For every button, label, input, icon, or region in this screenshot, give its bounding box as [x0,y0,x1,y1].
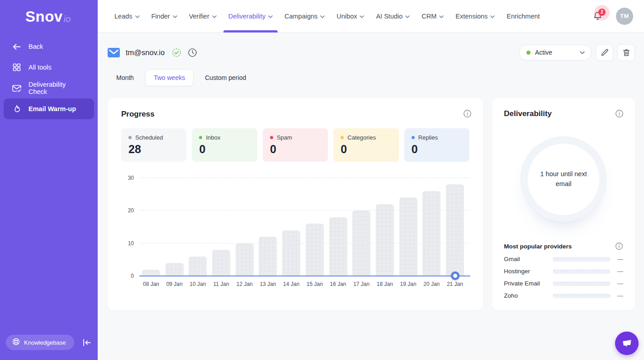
x-tick-label: 17 Jan [352,281,370,287]
flame-icon [12,104,22,114]
x-tick-label: 10 Jan [189,281,207,287]
nav-item-extensions[interactable]: Extensions [450,0,501,33]
sidebar-item-back[interactable]: Back [4,36,94,57]
collapse-sidebar-icon[interactable] [83,339,91,346]
bar-12-jan[interactable] [236,243,254,276]
nav-item-enrichment[interactable]: Enrichment [501,0,545,33]
x-tick-label: 12 Jan [236,281,254,287]
chart-bars [142,178,464,276]
lifebuoy-icon [12,338,20,347]
tab-two-weeks[interactable]: Two weeks [145,69,194,86]
chart-point-marker[interactable] [451,271,459,280]
nav-item-label: Leads [114,13,133,20]
chevron-down-icon [360,15,364,18]
verified-icon[interactable] [172,48,181,57]
chat-bubble-icon [621,338,633,349]
stat-dot [270,136,273,139]
chart-x-axis: 08 Jan09 Jan10 Jan11 Jan12 Jan13 Jan14 J… [142,281,464,287]
provider-name: Hostinger [504,268,548,275]
bar-16-jan[interactable] [329,217,347,276]
sidebar-item-all-tools[interactable]: All tools [4,57,94,78]
deliverability-info-icon[interactable] [615,109,624,118]
top-right-controls: 2 TM [590,8,633,25]
nav-item-leads[interactable]: Leads [109,0,146,33]
provider-progress-bar [553,281,611,286]
email-account-header: tm@snov.io Active [108,43,635,61]
x-tick-label: 14 Jan [282,281,300,287]
stat-card-spam: Spam0 [263,128,328,162]
tab-month[interactable]: Month [108,69,142,86]
chevron-down-icon [173,15,177,18]
stat-card-replies: Replies0 [404,128,469,162]
status-dropdown[interactable]: Active [519,45,592,61]
grid-icon [12,62,22,72]
providers-info-icon[interactable] [615,242,623,250]
pencil-icon [601,48,609,56]
stat-dot [412,136,415,139]
notification-badge: 2 [598,9,606,16]
bar-15-jan[interactable] [306,224,324,276]
nav-item-deliverability[interactable]: Deliverability [223,0,279,33]
knowledgebase-label: Knowledgebase [24,339,66,346]
progress-info-icon[interactable] [463,109,472,118]
sidebar-item-label: Email Warm-up [28,105,76,112]
arrow-left-icon [12,42,22,51]
nav-item-label: Campaigns [284,13,317,20]
bar-18-jan[interactable] [376,204,394,276]
nav-item-unibox[interactable]: Unibox [331,0,370,33]
provider-progress-bar [553,294,611,298]
notifications-button[interactable]: 2 [590,9,605,24]
chevron-down-icon [212,15,217,18]
x-tick-label: 13 Jan [259,281,277,287]
y-tick-label: 20 [128,207,134,214]
clock-icon[interactable] [188,48,197,57]
bar-08-jan[interactable] [142,270,160,276]
sidebar: Snovio BackAll toolsDeliverability Check… [0,0,98,360]
bar-11-jan[interactable] [212,250,230,276]
period-tabs: MonthTwo weeksCustom period [108,69,635,86]
providers-header: Most popular providers [504,242,623,250]
providers-title: Most popular providers [504,243,572,250]
nav-item-finder[interactable]: Finder [146,0,183,33]
bar-20-jan[interactable] [422,191,440,276]
provider-row-hostinger: Hostinger— [504,265,623,277]
nav-item-campaigns[interactable]: Campaigns [279,0,331,33]
stat-value: 0 [270,143,321,156]
delete-button[interactable] [617,44,635,61]
chat-widget-button[interactable] [615,332,639,355]
nav-item-verifier[interactable]: Verifier [183,0,223,33]
brand-logo[interactable]: Snovio [0,0,98,33]
bar-21-jan[interactable] [446,184,464,276]
tab-custom-period[interactable]: Custom period [196,69,255,86]
knowledgebase-button[interactable]: Knowledgebase [6,335,74,350]
deliverability-title: Deliverability [504,109,623,118]
bar-09-jan[interactable] [166,263,184,276]
status-label: Active [535,49,552,56]
stat-value: 0 [199,143,250,156]
x-tick-label: 16 Jan [329,281,347,287]
edit-button[interactable] [596,44,613,61]
x-tick-label: 18 Jan [376,281,394,287]
mail-check-icon [12,83,22,93]
bar-17-jan[interactable] [352,210,370,276]
next-email-gauge: 1 hour until next email [528,144,599,215]
nav-item-label: Finder [152,13,170,20]
x-tick-label: 21 Jan [446,281,464,287]
dashboard-cards: Progress Scheduled28Inbox0Spam0Categorie… [108,98,635,310]
nav-item-ai-studio[interactable]: AI Studio [370,0,416,33]
bar-19-jan[interactable] [399,197,417,276]
sidebar-item-email-warm-up[interactable]: Email Warm-up [4,98,94,119]
sidebar-item-deliverability-check[interactable]: Deliverability Check [4,78,94,98]
x-tick-label: 20 Jan [422,281,440,287]
bar-14-jan[interactable] [282,230,300,276]
bar-10-jan[interactable] [189,257,207,276]
stat-card-inbox: Inbox0 [192,128,257,162]
avatar[interactable]: TM [616,8,633,25]
nav-item-label: Verifier [189,13,209,20]
nav-item-label: Extensions [455,13,488,20]
y-tick-label: 30 [128,175,134,181]
nav-item-crm[interactable]: CRM [416,0,450,33]
deliverability-card: Deliverability 1 hour until next email M… [492,98,635,310]
y-tick-label: 10 [128,240,134,247]
bar-13-jan[interactable] [259,237,277,276]
